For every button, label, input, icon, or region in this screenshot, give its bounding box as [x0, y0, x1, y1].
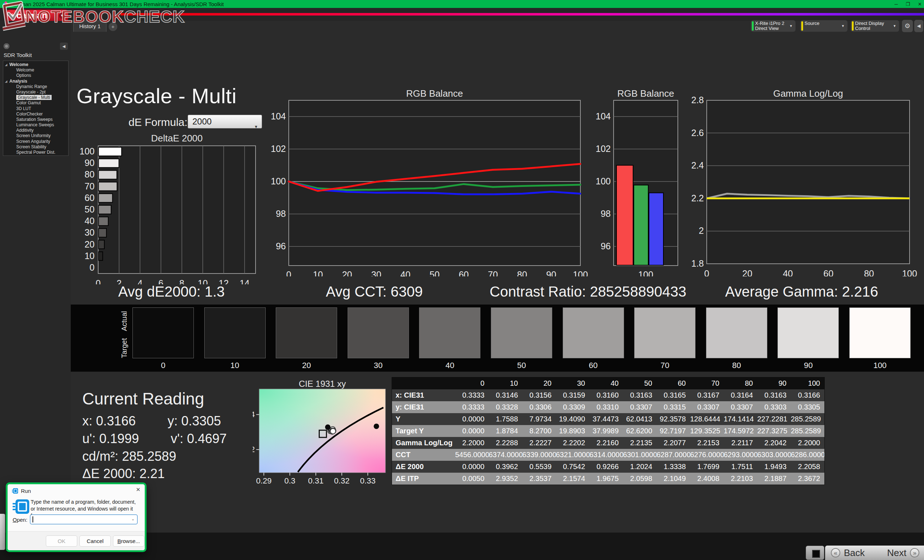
panel-collapse-button[interactable]: ◀: [914, 20, 923, 32]
svg-text:90: 90: [546, 270, 556, 276]
table-col-header: 30: [556, 377, 590, 389]
table-row-label: Y: [392, 413, 455, 425]
table-cell: 1.9493: [757, 461, 791, 473]
table-cell: 2.2000: [455, 437, 489, 449]
stop-button[interactable]: [806, 545, 824, 560]
svg-text:2.6: 2.6: [691, 128, 704, 138]
browse-button[interactable]: Browse...: [113, 536, 144, 547]
svg-text:60: 60: [84, 193, 94, 203]
display-control-dropdown[interactable]: Direct Display Control ▼: [851, 20, 899, 32]
ramp-swatch-label: 20: [276, 361, 337, 370]
close-icon[interactable]: ✕: [136, 487, 140, 493]
svg-text:1.8: 1.8: [691, 258, 704, 268]
expander-icon[interactable]: ◢: [5, 79, 7, 84]
svg-text:40: 40: [783, 268, 793, 276]
ramp-swatch-0: [132, 307, 194, 358]
sidebar-item-additivity[interactable]: Additivity: [3, 128, 68, 133]
sidebar: ◀ SDR Toolkit ◢WelcomeWelcomeOptions◢Ana…: [0, 21, 71, 533]
gear-icon[interactable]: ⚙: [902, 20, 913, 32]
table-col-header: 20: [522, 377, 556, 389]
svg-text:0: 0: [704, 268, 709, 276]
svg-text:98: 98: [601, 208, 611, 219]
sidebar-item-welcome[interactable]: ◢Welcome: [3, 62, 68, 67]
table-row-label: y: CIE31: [392, 401, 455, 413]
ramp-swatch-label: 0: [132, 361, 194, 370]
window-titlebar: Calman 2025 Calman Ultimate for Business…: [0, 0, 924, 8]
sidebar-item-colorchecker[interactable]: ColorChecker: [3, 111, 68, 117]
back-button[interactable]: Back: [844, 547, 865, 559]
current-reading-row: ΔE 2000: 2.21: [82, 466, 165, 481]
chevron-down-icon[interactable]: ▼: [59, 13, 65, 19]
sidebar-item-luminance-sweeps[interactable]: Luminance Sweeps: [3, 122, 68, 128]
ramp-swatch-30: [348, 307, 409, 358]
sidebar-collapse-button[interactable]: ◀: [60, 43, 68, 50]
table-row-label: ΔE 2000: [392, 461, 455, 473]
tab-history-1[interactable]: History 1: [73, 21, 106, 32]
run-dialog-titlebar[interactable]: Run ✕: [8, 484, 145, 495]
sidebar-item-saturation-sweeps[interactable]: Saturation Sweeps: [3, 117, 68, 122]
svg-text:2.8: 2.8: [691, 95, 704, 105]
next-button[interactable]: Next: [887, 547, 906, 559]
chevron-down-icon: ▼: [842, 24, 844, 28]
svg-text:96: 96: [276, 241, 286, 251]
sidebar-item-grayscale-multi[interactable]: Grayscale - Multi: [3, 95, 68, 100]
table-cell: 0.3328: [489, 401, 522, 413]
sidebar-item-screen-angularity[interactable]: Screen Angularity: [3, 139, 68, 144]
svg-text:90: 90: [84, 158, 94, 168]
svg-text:14: 14: [240, 278, 250, 284]
back-arrow-icon[interactable]: «: [831, 548, 840, 557]
svg-text:0.32: 0.32: [334, 476, 350, 485]
svg-text:98: 98: [276, 208, 286, 219]
svg-text:80: 80: [84, 169, 94, 179]
svg-text:100: 100: [902, 268, 917, 276]
calman-menu-button[interactable]: ◈ calman ▼: [6, 9, 69, 22]
svg-text:40: 40: [84, 216, 94, 226]
sidebar-item-color-gamut[interactable]: Color Gamut: [3, 100, 68, 106]
sidebar-item-grayscale-2pt[interactable]: Grayscale - 2pt: [3, 90, 68, 95]
sidebar-item-welcome[interactable]: Welcome: [3, 67, 68, 73]
cancel-button[interactable]: Cancel: [80, 536, 111, 547]
sidebar-item-spectral-power-dist-[interactable]: Spectral Power Dist.: [3, 150, 68, 155]
sidebar-item-analysis[interactable]: ◢Analysis: [3, 79, 68, 84]
svg-text:70: 70: [488, 270, 498, 276]
next-arrow-icon[interactable]: »: [910, 548, 919, 557]
ok-button[interactable]: OK: [46, 536, 77, 547]
de-formula-select[interactable]: 2000 ▼: [188, 115, 262, 129]
add-tab-button[interactable]: +: [109, 22, 117, 31]
table-cell: 0.3163: [757, 389, 791, 401]
table-cell: 2.2288: [489, 437, 522, 449]
svg-text:80: 80: [517, 270, 527, 276]
chevron-down-icon[interactable]: ⌄: [131, 517, 135, 521]
table-cell: 227.3275: [757, 425, 791, 437]
sidebar-item-label: Grayscale - Multi: [16, 95, 52, 100]
minimize-icon[interactable]: ─: [894, 1, 898, 7]
ramp-swatch-60: [563, 307, 624, 358]
ramp-swatch-100: [849, 307, 910, 358]
svg-text:10: 10: [313, 270, 323, 276]
expander-icon[interactable]: ◢: [5, 62, 7, 67]
table-cell: 6287.0000: [657, 449, 690, 461]
ramp-swatch-label: 90: [777, 361, 839, 370]
table-cell: 128.6444: [690, 413, 724, 425]
sidebar-item-dynamic-range[interactable]: Dynamic Range: [3, 84, 68, 90]
ramp-swatch-80: [706, 307, 767, 358]
source-dropdown[interactable]: Source ▼: [800, 20, 848, 32]
sidebar-item-label: Spectral Power Dist.: [16, 150, 56, 155]
partially-visible-button[interactable]: [0, 514, 5, 550]
sidebar-item-screen-stability[interactable]: Screen Stability: [3, 144, 68, 150]
ramp-swatch-70: [634, 307, 696, 358]
pin-icon[interactable]: [4, 43, 9, 49]
svg-text:DeltaE 2000: DeltaE 2000: [151, 133, 202, 144]
svg-text:30: 30: [371, 270, 381, 276]
sidebar-item-options[interactable]: Options: [3, 73, 68, 78]
table-cell: 227.2281: [757, 413, 791, 425]
close-icon[interactable]: ✕: [918, 1, 922, 7]
table-cell: 129.3525: [690, 425, 724, 437]
open-input[interactable]: ⌄: [30, 515, 138, 524]
sidebar-item-screen-uniformity[interactable]: Screen Uniformity: [3, 133, 68, 139]
sidebar-item-3d-lut[interactable]: 3D LUT: [3, 106, 68, 111]
meter-dropdown[interactable]: X-Rite i1Pro 2 Direct View ▼: [751, 20, 795, 32]
svg-text:30: 30: [84, 227, 94, 237]
table-cell: 2.4008: [690, 473, 724, 485]
restore-icon[interactable]: ❐: [906, 1, 910, 7]
